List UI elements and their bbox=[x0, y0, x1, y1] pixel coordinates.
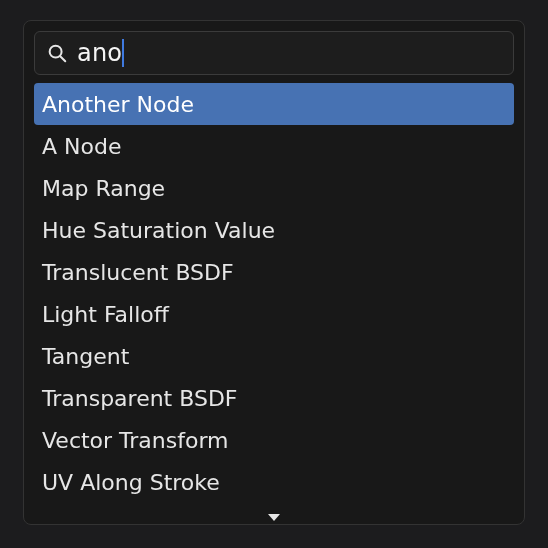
svg-marker-2 bbox=[268, 514, 280, 521]
result-item-translucent-bsdf[interactable]: Translucent BSDF bbox=[34, 251, 514, 293]
result-label: Another Node bbox=[42, 92, 194, 117]
result-label: Light Falloff bbox=[42, 302, 169, 327]
text-caret bbox=[122, 39, 124, 67]
result-item-transparent-bsdf[interactable]: Transparent BSDF bbox=[34, 377, 514, 419]
result-item-uv-along-stroke[interactable]: UV Along Stroke bbox=[34, 461, 514, 503]
result-item-map-range[interactable]: Map Range bbox=[34, 167, 514, 209]
search-field[interactable]: ano bbox=[34, 31, 514, 75]
result-item-tangent[interactable]: Tangent bbox=[34, 335, 514, 377]
result-item-another-node[interactable]: Another Node bbox=[34, 83, 514, 125]
result-item-a-node[interactable]: A Node bbox=[34, 125, 514, 167]
result-item-light-falloff[interactable]: Light Falloff bbox=[34, 293, 514, 335]
chevron-down-icon bbox=[266, 512, 282, 522]
result-label: UV Along Stroke bbox=[42, 470, 220, 495]
result-label: Transparent BSDF bbox=[42, 386, 238, 411]
result-label: Tangent bbox=[42, 344, 129, 369]
result-label: Map Range bbox=[42, 176, 165, 201]
result-item-hue-saturation-value[interactable]: Hue Saturation Value bbox=[34, 209, 514, 251]
result-label: Vector Transform bbox=[42, 428, 229, 453]
result-label: Hue Saturation Value bbox=[42, 218, 275, 243]
svg-line-1 bbox=[60, 56, 65, 61]
result-label: Translucent BSDF bbox=[42, 260, 234, 285]
more-results[interactable] bbox=[34, 503, 514, 531]
results-list: Another Node A Node Map Range Hue Satura… bbox=[34, 83, 514, 531]
search-popup: ano Another Node A Node Map Range Hue Sa… bbox=[23, 20, 525, 525]
result-item-vector-transform[interactable]: Vector Transform bbox=[34, 419, 514, 461]
search-icon bbox=[45, 41, 69, 65]
result-label: A Node bbox=[42, 134, 121, 159]
search-input[interactable]: ano bbox=[77, 41, 122, 65]
